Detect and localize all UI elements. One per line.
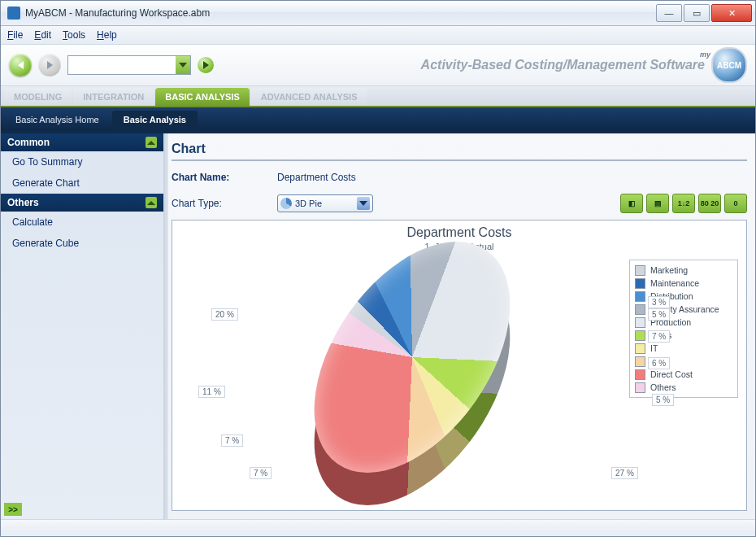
nav-back-button[interactable] xyxy=(9,54,32,76)
tool-btn-zero[interactable]: 0 xyxy=(724,194,747,213)
tab-integration[interactable]: INTEGRATION xyxy=(73,88,154,106)
chart-area: Department Costs 1. January/Actual Marke… xyxy=(172,220,747,511)
chart-type-label: Chart Type: xyxy=(172,198,277,209)
brand-tagline: Activity-Based Costing/Management Softwa… xyxy=(421,58,705,72)
subtab-home[interactable]: Basic Analysis Home xyxy=(4,111,111,129)
sidebar-item-summary[interactable]: Go To Summary xyxy=(1,151,163,172)
sub-tabstrip: Basic Analysis Home Basic Analysis xyxy=(1,107,755,133)
legend-swatch xyxy=(635,330,645,341)
legend-item[interactable]: Marketing xyxy=(635,264,732,277)
dropdown-icon xyxy=(176,56,190,74)
chart-toolbar: ◧ ▤ 1↓2 80 20 0 xyxy=(620,194,747,213)
dropdown-icon xyxy=(357,197,370,210)
legend-swatch xyxy=(635,382,645,393)
legend-item[interactable]: Maintenance xyxy=(635,277,732,290)
close-button[interactable]: ✕ xyxy=(711,4,752,22)
panel-title: Chart xyxy=(172,142,206,156)
slice-label: 20 % xyxy=(211,308,238,321)
main-panel: Chart Chart Name: Department Costs Chart… xyxy=(168,133,755,519)
sidebar-header-label: Common xyxy=(7,137,50,148)
chart-title: Department Costs xyxy=(172,225,746,240)
sidebar-expand-button[interactable]: >> xyxy=(4,503,22,516)
arrow-right-icon xyxy=(47,61,53,69)
legend-swatch xyxy=(635,304,645,315)
panel-header: Chart xyxy=(172,138,747,161)
legend-swatch xyxy=(635,265,645,276)
chart-body: MarketingMaintenanceDistributionQuality … xyxy=(172,251,746,510)
legend-label: Maintenance xyxy=(650,278,699,288)
legend-label: Direct Cost xyxy=(650,369,693,379)
legend-swatch xyxy=(635,317,645,328)
sidebar-item-generate-chart[interactable]: Generate Chart xyxy=(1,172,163,194)
slice-label: 5 % xyxy=(652,394,674,406)
app-icon xyxy=(7,7,20,20)
chart-name-label: Chart Name: xyxy=(172,172,277,183)
sidebar-header-others[interactable]: Others xyxy=(1,194,163,212)
legend-swatch xyxy=(635,356,645,367)
menu-file[interactable]: File xyxy=(7,29,23,41)
brand-logo: ABCM xyxy=(711,47,747,83)
legend-item[interactable]: IT xyxy=(635,342,732,355)
slice-label: 5 % xyxy=(648,308,670,321)
legend-item[interactable]: Direct Cost xyxy=(635,368,732,381)
menu-tools[interactable]: Tools xyxy=(63,29,85,41)
collapse-icon xyxy=(146,137,157,148)
slice-label: 27 % xyxy=(611,467,638,479)
nav-forward-button[interactable] xyxy=(38,54,61,76)
menu-help[interactable]: Help xyxy=(97,29,117,41)
tool-btn-sort[interactable]: 1↓2 xyxy=(672,194,695,213)
menubar: File Edit Tools Help xyxy=(1,26,755,45)
tool-btn-2[interactable]: ▤ xyxy=(646,194,669,213)
titlebar: MyABCM - Manufacturing Workspace.abm — ▭… xyxy=(1,1,755,26)
application-window: MyABCM - Manufacturing Workspace.abm — ▭… xyxy=(0,0,756,537)
pie-chart xyxy=(282,280,542,467)
legend-label: Others xyxy=(650,382,676,392)
chart-type-value: 3D Pie xyxy=(295,199,322,208)
tab-basic-analysis[interactable]: BASIC ANALYSIS xyxy=(155,88,249,106)
slice-label: 11 % xyxy=(198,386,225,398)
slice-label: 3 % xyxy=(648,296,670,308)
legend-swatch xyxy=(635,369,645,380)
sidebar-item-generate-cube[interactable]: Generate Cube xyxy=(1,233,163,254)
tab-advanced-analysis[interactable]: ADVANCED ANALYSIS xyxy=(251,88,367,106)
play-icon xyxy=(203,61,209,69)
sidebar-item-calculate[interactable]: Calculate xyxy=(1,212,163,233)
legend-label: Marketing xyxy=(650,265,688,275)
slice-label: 7 % xyxy=(221,434,243,447)
legend-swatch xyxy=(635,343,645,354)
slice-label: 6 % xyxy=(648,357,670,369)
slice-label: 7 % xyxy=(250,467,272,479)
sidebar-header-common[interactable]: Common xyxy=(1,133,163,151)
legend-swatch xyxy=(635,291,645,302)
legend-swatch xyxy=(635,278,645,289)
maximize-button[interactable]: ▭ xyxy=(684,4,710,22)
chart-legend: MarketingMaintenanceDistributionQuality … xyxy=(629,260,738,398)
body: Common Go To Summary Generate Chart Othe… xyxy=(1,133,755,519)
sidebar-header-label: Others xyxy=(7,197,39,208)
tool-btn-1[interactable]: ◧ xyxy=(620,194,643,213)
legend-item[interactable]: Others xyxy=(635,381,732,394)
history-combo[interactable] xyxy=(67,55,191,75)
pie-icon xyxy=(280,198,292,209)
toolbar: Activity-Based Costing/Management Softwa… xyxy=(1,45,755,86)
minimize-button[interactable]: — xyxy=(656,4,682,22)
menu-edit[interactable]: Edit xyxy=(34,29,51,41)
window-title: MyABCM - Manufacturing Workspace.abm xyxy=(25,7,656,19)
arrow-left-icon xyxy=(18,61,24,69)
go-button[interactable] xyxy=(198,57,214,73)
tab-modeling[interactable]: MODELING xyxy=(4,88,72,106)
chart-name-value: Department Costs xyxy=(277,172,356,183)
module-tabstrip: MODELING INTEGRATION BASIC ANALYSIS ADVA… xyxy=(1,86,755,107)
collapse-icon xyxy=(146,197,157,208)
chart-type-select[interactable]: 3D Pie xyxy=(277,194,373,212)
legend-label: IT xyxy=(650,343,658,353)
tool-btn-8020[interactable]: 80 20 xyxy=(698,194,721,213)
slice-label: 7 % xyxy=(648,330,670,343)
sidebar: Common Go To Summary Generate Chart Othe… xyxy=(1,133,163,519)
subtab-basic-analysis[interactable]: Basic Analysis xyxy=(112,111,198,129)
status-bar xyxy=(1,519,755,536)
